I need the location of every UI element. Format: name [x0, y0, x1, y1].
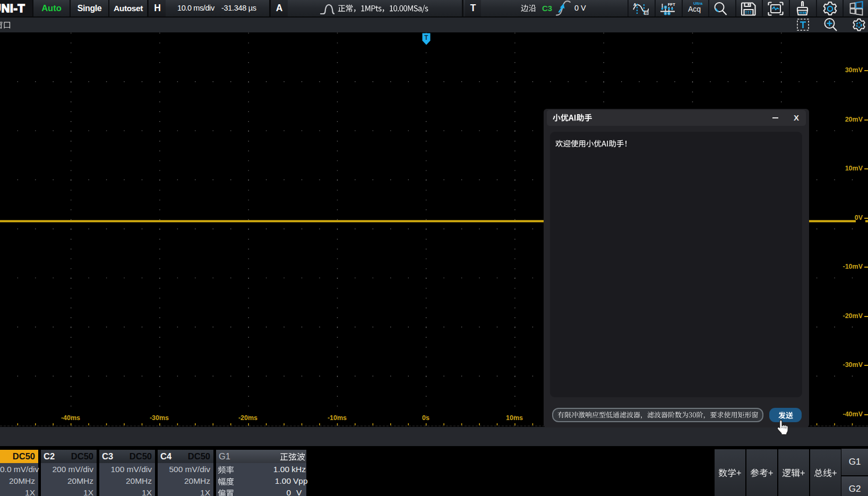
svg-text:FFT: FFT	[668, 2, 675, 7]
svg-text:B: B	[645, 11, 648, 15]
svg-text:T: T	[424, 34, 428, 41]
